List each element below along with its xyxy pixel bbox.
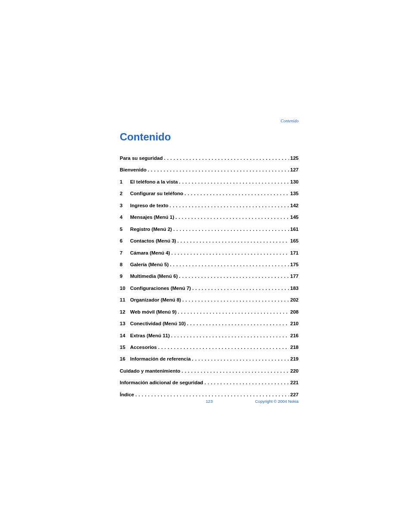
toc-leader-dots	[182, 297, 289, 303]
toc-entry: 2Configurar su teléfono135	[120, 190, 299, 197]
toc-page-number: 208	[290, 309, 299, 315]
toc-chapter-number: 16	[120, 356, 130, 362]
toc-entry-label: Organizador (Menú 8)	[130, 297, 181, 303]
toc-leader-dots	[177, 238, 289, 244]
toc-entry: 15Accesorios218	[120, 344, 299, 351]
toc-entry: 12Web móvil (Menú 9)208	[120, 309, 299, 315]
toc-page-number: 130	[290, 179, 299, 185]
toc-chapter-number: 2	[120, 190, 130, 197]
toc-chapter-number: 7	[120, 250, 130, 256]
toc-entry-label: Para su seguridad	[120, 155, 163, 162]
toc-entry: Para su seguridad125	[120, 155, 299, 162]
toc-entry-label: Web móvil (Menú 9)	[130, 309, 177, 315]
running-header: Contenido	[280, 118, 299, 123]
toc-page-number: 216	[290, 333, 299, 339]
toc-entry-label: Configurar su teléfono	[130, 190, 183, 197]
toc-leader-dots	[171, 333, 289, 339]
toc-entry-label: Índice	[120, 392, 134, 398]
toc-entry: 7Cámara (Menú 4)171	[120, 250, 299, 256]
toc-leader-dots	[164, 155, 289, 162]
toc-entry: 14Extras (Menú 11)216	[120, 333, 299, 339]
toc-leader-dots	[184, 190, 289, 197]
toc-page-number: 145	[290, 214, 299, 221]
toc-entry-label: Conectividad (Menú 10)	[130, 320, 186, 327]
toc-entry: 5Registro (Menú 2)161	[120, 226, 299, 233]
toc-entry: 3Ingreso de texto142	[120, 202, 299, 209]
toc-page-number: 183	[290, 285, 299, 292]
toc-chapter-number: 14	[120, 333, 130, 339]
toc-leader-dots	[192, 285, 289, 292]
toc-entry-label: Información adicional de seguridad	[120, 380, 203, 386]
toc-entry: 4Mensajes (Menú 1)145	[120, 214, 299, 221]
toc-leader-dots	[148, 167, 289, 173]
toc-chapter-number: 9	[120, 273, 130, 280]
toc-chapter-number: 15	[120, 344, 130, 351]
toc-entry: 9Multimedia (Menú 6)177	[120, 273, 299, 280]
toc-entry-label: Galería (Menú 5)	[130, 261, 168, 268]
toc-leader-dots	[175, 214, 289, 221]
toc-leader-dots	[187, 320, 289, 327]
toc-chapter-number: 12	[120, 309, 130, 315]
footer-page-number: 123	[206, 399, 213, 404]
table-of-contents: Para su seguridad125Bienvenido1271El tel…	[120, 155, 299, 398]
toc-page-number: 202	[290, 297, 299, 303]
toc-page-number: 227	[290, 392, 299, 398]
toc-leader-dots	[170, 261, 289, 268]
page-title: Contenido	[120, 131, 299, 143]
toc-page-number: 142	[290, 202, 299, 209]
toc-chapter-number: 10	[120, 285, 130, 292]
toc-leader-dots	[179, 273, 289, 280]
toc-leader-dots	[205, 380, 289, 386]
toc-entry-label: Multimedia (Menú 6)	[130, 273, 178, 280]
toc-chapter-number: 13	[120, 320, 130, 327]
toc-entry: Bienvenido127	[120, 167, 299, 173]
toc-entry-label: Accesorios	[130, 344, 157, 351]
toc-entry: 1El teléfono a la vista130	[120, 179, 299, 185]
toc-chapter-number: 8	[120, 261, 130, 268]
toc-entry-label: Información de referencia	[130, 356, 191, 362]
toc-chapter-number: 1	[120, 179, 130, 185]
toc-leader-dots	[135, 392, 289, 398]
toc-entry-label: Cuidado y mantenimiento	[120, 368, 181, 374]
toc-page-number: 165	[290, 238, 299, 244]
toc-leader-dots	[171, 250, 289, 256]
toc-entry: Cuidado y mantenimiento220	[120, 368, 299, 374]
toc-leader-dots	[182, 368, 289, 374]
toc-leader-dots	[178, 309, 289, 315]
toc-page-number: 127	[290, 167, 299, 173]
toc-entry-label: Cámara (Menú 4)	[130, 250, 170, 256]
toc-entry: Información adicional de seguridad221	[120, 380, 299, 386]
toc-page-number: 220	[290, 368, 299, 374]
toc-entry: 10Configuraciones (Menú 7)183	[120, 285, 299, 292]
toc-entry-label: Registro (Menú 2)	[130, 226, 172, 233]
toc-entry-label: Contactos (Menú 3)	[130, 238, 176, 244]
toc-chapter-number: 6	[120, 238, 130, 244]
toc-entry-label: El teléfono a la vista	[130, 179, 178, 185]
toc-chapter-number: 3	[120, 202, 130, 209]
toc-page-number: 221	[290, 380, 299, 386]
page-content: Contenido Contenido Para su seguridad125…	[120, 120, 299, 403]
toc-page-number: 135	[290, 190, 299, 197]
toc-entry-label: Bienvenido	[120, 167, 146, 173]
toc-leader-dots	[158, 344, 289, 351]
toc-entry: 11Organizador (Menú 8)202	[120, 297, 299, 303]
toc-chapter-number: 11	[120, 297, 130, 303]
toc-page-number: 125	[290, 155, 299, 162]
toc-page-number: 171	[290, 250, 299, 256]
toc-chapter-number: 4	[120, 214, 130, 221]
toc-entry: 8Galería (Menú 5)175	[120, 261, 299, 268]
toc-page-number: 210	[290, 320, 299, 327]
footer-copyright: Copyright © 2004 Nokia	[255, 399, 299, 404]
toc-page-number: 177	[290, 273, 299, 280]
toc-chapter-number: 5	[120, 226, 130, 233]
toc-leader-dots	[173, 226, 289, 233]
toc-entry-label: Ingreso de texto	[130, 202, 168, 209]
toc-entry: 16Información de referencia219	[120, 356, 299, 362]
toc-entry-label: Configuraciones (Menú 7)	[130, 285, 191, 292]
toc-page-number: 161	[290, 226, 299, 233]
toc-entry: 13Conectividad (Menú 10)210	[120, 320, 299, 327]
toc-page-number: 219	[290, 356, 299, 362]
toc-page-number: 218	[290, 344, 299, 351]
toc-leader-dots	[192, 356, 289, 362]
toc-leader-dots	[170, 202, 289, 209]
